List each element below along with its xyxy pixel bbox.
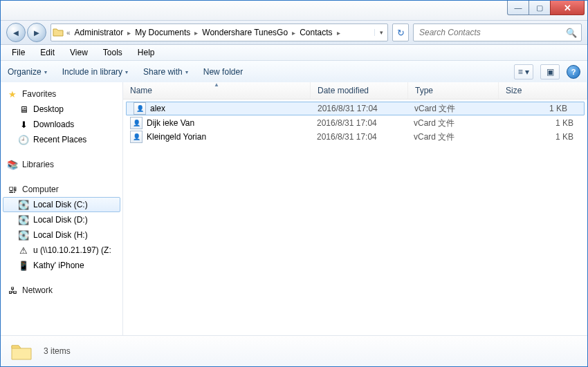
menu-bar: FileEditViewToolsHelp	[1, 45, 587, 61]
vcard-icon: 👤	[130, 117, 143, 129]
share-button[interactable]: Share with▾	[143, 67, 188, 77]
nav-item[interactable]: 💽Local Disk (H:)	[3, 227, 120, 243]
toolbar: Organize▾ Include in library▾ Share with…	[1, 61, 587, 84]
preview-pane-button[interactable]: ▣	[540, 64, 560, 79]
file-size: 1 KB	[497, 118, 587, 128]
nav-item-label: Desktop	[33, 104, 64, 114]
address-dropdown[interactable]: ▾	[374, 29, 387, 36]
back-button[interactable]: ◄	[6, 23, 26, 42]
folder-icon	[10, 341, 33, 361]
nav-item-label: u (\\10.10.21.197) (Z:	[33, 245, 111, 255]
window-buttons: — ▢ ✕	[508, 1, 585, 15]
column-name[interactable]: Name▲	[123, 82, 311, 99]
address-row: ◄ ► « Administrator▸My Documents▸Wonders…	[1, 21, 587, 45]
breadcrumb-segment[interactable]: Contacts	[297, 28, 335, 37]
breadcrumb: Administrator▸My Documents▸Wondershare T…	[72, 24, 374, 41]
file-row[interactable]: 👤alex2016/8/31 17:04vCard 文件1 KB	[126, 102, 585, 115]
breadcrumb-sep-icon: ▸	[193, 29, 199, 37]
column-type[interactable]: Type	[408, 82, 499, 99]
nav-item[interactable]: 📱Kathy' iPhone	[3, 258, 120, 273]
breadcrumb-segment[interactable]: Wondershare TunesGo	[199, 28, 291, 37]
nav-item-label: Kathy' iPhone	[33, 261, 84, 270]
view-mode-button[interactable]: ≡ ▾	[514, 64, 533, 79]
libraries-header[interactable]: 📚 Libraries	[3, 157, 120, 172]
network-icon: 🖧	[7, 285, 18, 296]
nav-item[interactable]: ⬇Downloads	[3, 117, 120, 132]
search-icon: 🔍	[566, 28, 577, 38]
column-size[interactable]: Size	[499, 82, 587, 99]
computer-header[interactable]: 🖳 Computer	[3, 182, 120, 197]
libraries-icon: 📚	[7, 159, 18, 170]
favorites-label: Favorites	[22, 89, 56, 99]
column-date[interactable]: Date modified	[311, 82, 408, 99]
file-size: 1 KB	[497, 104, 581, 113]
nav-item[interactable]: 💽Local Disk (C:)	[3, 197, 120, 212]
file-list-pane: Name▲ Date modified Type Size 👤alex2016/…	[123, 82, 587, 336]
menu-edit[interactable]: Edit	[33, 46, 62, 59]
file-row[interactable]: 👤Kleingeld Yorian2016/8/31 17:04vCard 文件…	[123, 130, 587, 144]
network-label: Network	[22, 285, 53, 295]
file-name: Kleingeld Yorian	[147, 132, 206, 142]
network-group: 🖧 Network	[3, 283, 120, 298]
nav-item-label: Downloads	[33, 120, 74, 129]
computer-icon: 🖳	[7, 184, 18, 195]
libraries-label: Libraries	[22, 160, 54, 169]
nav-item-label: Local Disk (C:)	[33, 200, 88, 209]
folder-icon	[51, 27, 65, 39]
titlebar-background-text	[1, 2, 30, 16]
chevron-down-icon: ▾	[185, 69, 188, 75]
search-input[interactable]	[418, 27, 566, 38]
nav-item-icon: 💽	[18, 199, 29, 210]
star-icon: ★	[7, 88, 18, 100]
address-bar[interactable]: « Administrator▸My Documents▸Wondershare…	[50, 23, 388, 41]
nav-item-icon: 📱	[18, 260, 29, 271]
help-button[interactable]: ?	[567, 65, 580, 79]
breadcrumb-segment[interactable]: Administrator	[72, 28, 127, 37]
nav-item[interactable]: ⚠u (\\10.10.21.197) (Z:	[3, 243, 120, 258]
search-box[interactable]: 🔍	[413, 23, 582, 41]
sort-asc-icon: ▲	[214, 82, 219, 88]
nav-item-icon: ⬇	[18, 119, 29, 130]
nav-item-label: Recent Places	[33, 135, 86, 144]
chevron-down-icon: ▾	[525, 67, 529, 77]
column-headers: Name▲ Date modified Type Size	[123, 82, 587, 100]
nav-item[interactable]: 🕘Recent Places	[3, 132, 120, 147]
file-name: alex	[150, 104, 165, 113]
close-button[interactable]: ✕	[550, 1, 585, 15]
breadcrumb-sep-icon: ▸	[126, 29, 132, 37]
nav-item[interactable]: 💽Local Disk (D:)	[3, 212, 120, 227]
nav-item-icon: ⚠	[18, 245, 29, 256]
breadcrumb-segment[interactable]: My Documents	[132, 28, 193, 37]
menu-file[interactable]: File	[5, 46, 32, 59]
nav-item[interactable]: 🖥Desktop	[3, 102, 120, 117]
menu-help[interactable]: Help	[131, 46, 162, 59]
nav-item-icon: 🕘	[18, 134, 29, 145]
navigation-pane: ★ Favorites 🖥Desktop⬇Downloads🕘Recent Pl…	[1, 82, 123, 336]
computer-label: Computer	[22, 185, 59, 194]
network-header[interactable]: 🖧 Network	[3, 283, 120, 298]
organize-button[interactable]: Organize▾	[8, 67, 47, 77]
file-type: vCard 文件	[407, 131, 497, 143]
body: ★ Favorites 🖥Desktop⬇Downloads🕘Recent Pl…	[1, 82, 587, 336]
file-size: 1 KB	[497, 132, 587, 142]
file-date: 2016/8/31 17:04	[311, 104, 407, 113]
status-text: 3 items	[44, 346, 71, 356]
menu-view[interactable]: View	[63, 46, 95, 59]
refresh-button[interactable]: ↻	[392, 23, 409, 41]
title-bar: — ▢ ✕	[1, 1, 587, 21]
file-name: Dijk ieke Van	[147, 118, 194, 128]
maximize-button[interactable]: ▢	[529, 1, 551, 15]
menu-tools[interactable]: Tools	[96, 46, 129, 59]
favorites-header[interactable]: ★ Favorites	[3, 86, 120, 102]
file-row[interactable]: 👤Dijk ieke Van2016/8/31 17:04vCard 文件1 K…	[123, 116, 587, 130]
file-type: vCard 文件	[407, 103, 497, 115]
breadcrumb-sep-icon: ▸	[336, 29, 342, 37]
include-library-button[interactable]: Include in library▾	[62, 67, 128, 77]
minimize-button[interactable]: —	[507, 1, 529, 15]
forward-button[interactable]: ►	[27, 23, 46, 42]
nav-item-label: Local Disk (H:)	[33, 230, 88, 240]
chevron-down-icon: ▾	[125, 69, 128, 75]
vcard-icon: 👤	[134, 102, 146, 115]
explorer-window: — ▢ ✕ ◄ ► « Administrator▸My Documents▸W…	[0, 0, 588, 367]
new-folder-button[interactable]: New folder	[203, 67, 243, 77]
